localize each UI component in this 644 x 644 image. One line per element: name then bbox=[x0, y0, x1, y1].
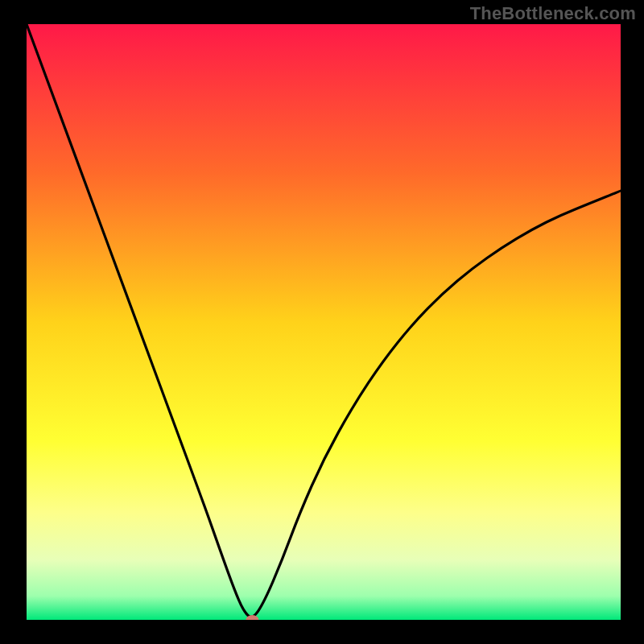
watermark-text: TheBottleneck.com bbox=[470, 3, 636, 24]
plot-background bbox=[27, 24, 621, 620]
frame-edge bbox=[621, 0, 644, 644]
bottleneck-chart bbox=[0, 0, 644, 644]
chart-frame: { "watermark": "TheBottleneck.com", "cha… bbox=[0, 0, 644, 644]
frame-edge bbox=[0, 0, 27, 644]
frame-edge bbox=[0, 620, 644, 644]
